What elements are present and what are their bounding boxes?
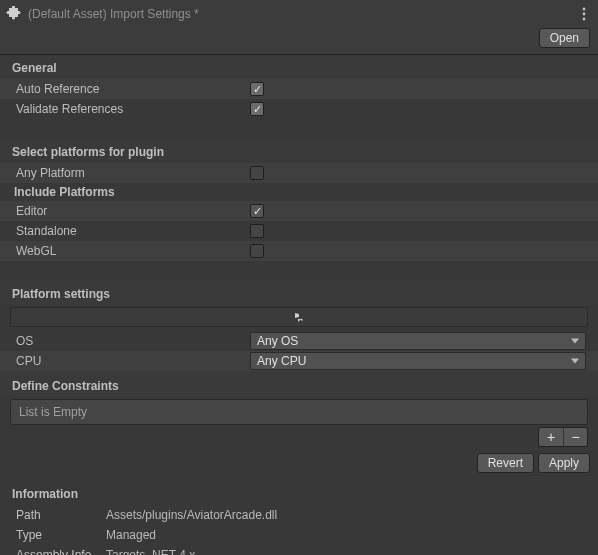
section-general-header: General	[0, 55, 598, 79]
os-label: OS	[16, 334, 250, 348]
platform-standalone-checkbox[interactable]	[250, 224, 264, 238]
info-row-path: Path Assets/plugins/AviatorArcade.dll	[12, 505, 586, 525]
apply-button[interactable]: Apply	[538, 453, 590, 473]
check-icon: ✓	[253, 84, 262, 95]
editor-tab-icon	[293, 311, 305, 323]
row-validate-references: Validate References ✓	[0, 99, 598, 119]
section-define-constraints-header: Define Constraints	[0, 371, 598, 397]
any-platform-checkbox[interactable]	[250, 166, 264, 180]
row-any-platform: Any Platform	[0, 163, 598, 183]
row-platform-webgl: WebGL	[0, 241, 598, 261]
cpu-value: Any CPU	[257, 354, 306, 368]
panel-menu-button[interactable]	[576, 6, 592, 22]
section-platform-settings-header: Platform settings	[0, 281, 598, 305]
os-dropdown[interactable]: Any OS	[250, 332, 586, 350]
validate-references-label: Validate References	[16, 102, 250, 116]
platform-editor-label: Editor	[16, 204, 250, 218]
info-assembly-value: Targets .NET 4.x	[106, 548, 195, 555]
chevron-down-icon	[571, 359, 579, 364]
row-os: OS Any OS	[0, 331, 598, 351]
revert-apply-row: Revert Apply	[0, 447, 598, 481]
info-path-value: Assets/plugins/AviatorArcade.dll	[106, 508, 277, 522]
section-select-platforms-header: Select platforms for plugin	[0, 139, 598, 163]
panel-header: (Default Asset) Import Settings *	[0, 0, 598, 24]
info-path-label: Path	[16, 508, 106, 522]
platform-editor-checkbox[interactable]: ✓	[250, 204, 264, 218]
info-row-assembly: Assembly Info Targets .NET 4.x	[12, 545, 586, 555]
row-auto-reference: Auto Reference ✓	[0, 79, 598, 99]
check-icon: ✓	[253, 206, 262, 217]
os-value: Any OS	[257, 334, 298, 348]
info-type-value: Managed	[106, 528, 156, 542]
check-icon: ✓	[253, 104, 262, 115]
info-row-type: Type Managed	[12, 525, 586, 545]
panel-title: (Default Asset) Import Settings *	[28, 7, 576, 21]
open-button[interactable]: Open	[539, 28, 590, 48]
platform-webgl-checkbox[interactable]	[250, 244, 264, 258]
platform-webgl-label: WebGL	[16, 244, 250, 258]
information-block: Information Path Assets/plugins/AviatorA…	[0, 481, 598, 555]
constraints-list-empty: List is Empty	[10, 399, 588, 425]
row-platform-editor: Editor ✓	[0, 201, 598, 221]
svg-point-2	[583, 18, 586, 21]
auto-reference-checkbox[interactable]: ✓	[250, 82, 264, 96]
info-type-label: Type	[16, 528, 106, 542]
add-constraint-button[interactable]: +	[539, 428, 563, 446]
revert-button[interactable]: Revert	[477, 453, 534, 473]
include-platforms-header: Include Platforms	[0, 183, 598, 201]
open-row: Open	[0, 24, 598, 55]
cpu-dropdown[interactable]: Any CPU	[250, 352, 586, 370]
chevron-down-icon	[571, 339, 579, 344]
platform-standalone-label: Standalone	[16, 224, 250, 238]
import-settings-panel: (Default Asset) Import Settings * Open G…	[0, 0, 598, 555]
row-cpu: CPU Any CPU	[0, 351, 598, 371]
plugin-icon	[6, 6, 22, 22]
auto-reference-label: Auto Reference	[16, 82, 250, 96]
any-platform-label: Any Platform	[16, 166, 250, 180]
platform-tabstrip[interactable]	[10, 307, 588, 327]
constraints-list-buttons: + −	[0, 427, 598, 447]
row-platform-standalone: Standalone	[0, 221, 598, 241]
remove-constraint-button[interactable]: −	[563, 428, 587, 446]
info-assembly-label: Assembly Info	[16, 548, 106, 555]
svg-point-1	[583, 13, 586, 16]
information-header: Information	[12, 487, 586, 501]
svg-point-0	[583, 8, 586, 11]
cpu-label: CPU	[16, 354, 250, 368]
validate-references-checkbox[interactable]: ✓	[250, 102, 264, 116]
